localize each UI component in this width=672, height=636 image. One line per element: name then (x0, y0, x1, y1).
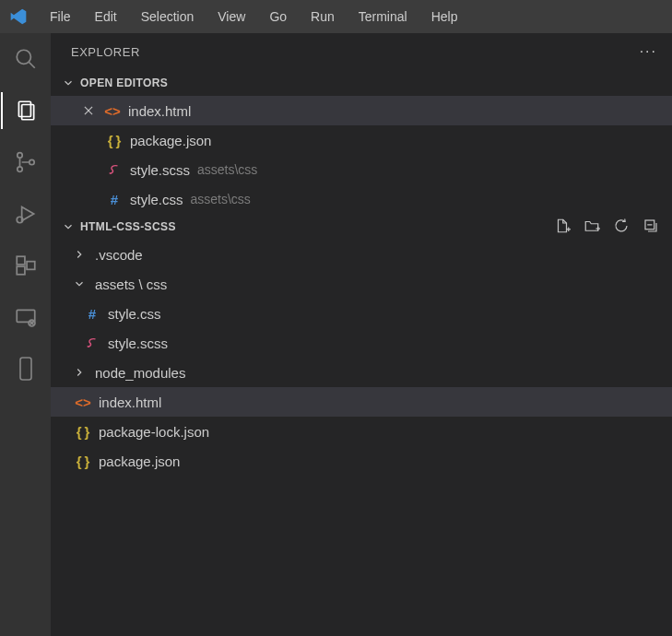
css-file-icon: # (106, 192, 123, 207)
chevron-right-icon (71, 248, 88, 261)
json-file-icon: { } (75, 453, 91, 469)
activity-bar (0, 33, 51, 636)
activity-search-icon[interactable] (13, 46, 39, 72)
menu-terminal[interactable]: Terminal (349, 6, 417, 28)
folder-name: .vscode (95, 247, 143, 263)
workspace-title: HTML-CSS-SCSS (80, 220, 176, 233)
activity-source-control-icon[interactable] (13, 149, 39, 175)
file-name: package-lock.json (99, 424, 209, 440)
file-name: index.html (99, 395, 161, 410)
svg-rect-11 (27, 262, 35, 270)
explorer-more-icon[interactable]: ··· (640, 43, 657, 60)
refresh-icon[interactable] (613, 218, 630, 237)
activity-device-icon[interactable] (13, 356, 39, 382)
workspace-header[interactable]: HTML-CSS-SCSS (51, 214, 672, 240)
menu-selection[interactable]: Selection (132, 6, 204, 28)
css-file-icon: # (84, 306, 100, 322)
menu-go[interactable]: Go (260, 6, 296, 28)
open-editor-item[interactable]: <> index.html (51, 96, 672, 125)
open-editor-item[interactable]: style.scss assets\css (51, 155, 672, 184)
menu-bar: File Edit Selection View Go Run Terminal… (0, 0, 672, 33)
file-item[interactable]: <> index.html (51, 387, 672, 417)
json-file-icon: { } (106, 133, 123, 148)
chevron-down-icon (60, 220, 77, 233)
file-path: assets\css (191, 192, 251, 206)
activity-remote-icon[interactable] (13, 304, 39, 330)
svg-line-1 (29, 62, 35, 68)
file-name: style.scss (108, 336, 168, 351)
svg-point-4 (17, 153, 21, 158)
vscode-app-icon (9, 7, 28, 26)
file-name: index.html (128, 103, 191, 119)
new-file-icon[interactable] (554, 218, 571, 237)
open-editors-header[interactable]: OPEN EDITORS (51, 70, 672, 96)
menu-help[interactable]: Help (422, 6, 467, 28)
svg-point-6 (29, 159, 33, 164)
folder-name: node_modules (95, 365, 185, 381)
chevron-right-icon (71, 366, 88, 379)
open-editor-item[interactable]: { } package.json (51, 125, 672, 155)
file-name: style.css (108, 306, 161, 322)
menu-edit[interactable]: Edit (86, 6, 126, 28)
svg-rect-10 (17, 266, 25, 275)
folder-name: assets \ css (95, 277, 167, 292)
file-item[interactable]: { } package.json (51, 446, 672, 476)
file-name: package.json (99, 453, 180, 469)
scss-file-icon (106, 163, 123, 176)
explorer-title: EXPLORER (71, 45, 140, 59)
file-item[interactable]: { } package-lock.json (51, 417, 672, 446)
html-file-icon: <> (104, 103, 121, 119)
svg-point-5 (17, 167, 21, 171)
html-file-icon: <> (75, 395, 91, 410)
new-folder-icon[interactable] (584, 218, 600, 237)
activity-run-debug-icon[interactable] (13, 201, 39, 227)
chevron-down-icon (71, 277, 88, 290)
file-name: style.scss (130, 162, 190, 178)
open-editors-title: OPEN EDITORS (80, 77, 168, 89)
file-name: package.json (130, 133, 211, 148)
scss-file-icon (84, 336, 100, 349)
svg-rect-9 (17, 256, 25, 265)
explorer-sidebar: EXPLORER ··· OPEN EDITORS <> index.html … (51, 33, 672, 636)
menu-file[interactable]: File (41, 6, 80, 28)
activity-extensions-icon[interactable] (13, 253, 39, 278)
open-editor-item[interactable]: # style.css assets\css (51, 184, 672, 214)
activity-explorer-icon[interactable] (13, 98, 39, 124)
menu-view[interactable]: View (208, 6, 254, 28)
file-name: style.css (130, 192, 183, 207)
file-item[interactable]: # style.css (51, 299, 672, 328)
svg-marker-7 (21, 206, 33, 220)
explorer-header: EXPLORER ··· (51, 33, 672, 70)
collapse-all-icon[interactable] (643, 218, 659, 237)
chevron-down-icon (60, 77, 77, 89)
svg-rect-16 (20, 358, 31, 380)
menu-run[interactable]: Run (301, 6, 344, 28)
svg-point-0 (17, 50, 30, 64)
close-icon[interactable] (80, 104, 97, 117)
file-path: assets\css (197, 162, 257, 177)
json-file-icon: { } (75, 424, 91, 440)
file-item[interactable]: style.scss (51, 328, 672, 358)
folder-item[interactable]: node_modules (51, 358, 672, 387)
folder-item[interactable]: assets \ css (51, 269, 672, 299)
folder-item[interactable]: .vscode (51, 240, 672, 269)
